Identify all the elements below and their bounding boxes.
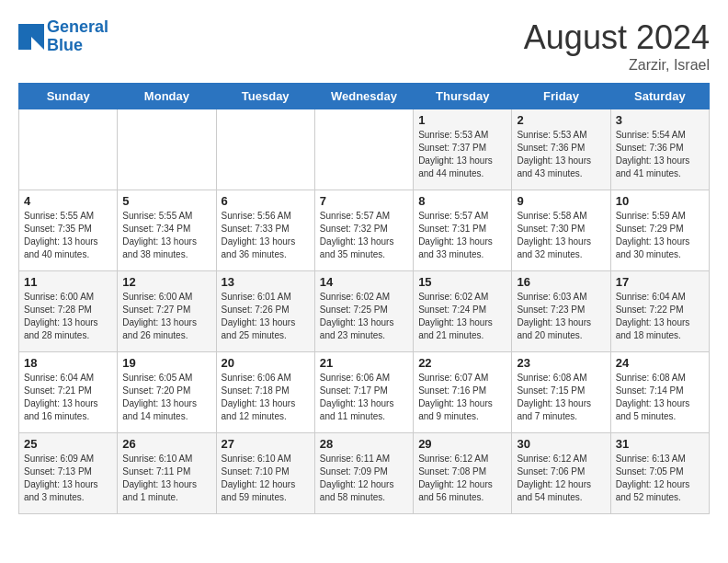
day-info: Sunrise: 6:06 AM Sunset: 7:18 PM Dayligh… — [222, 372, 310, 423]
svg-marker-3 — [31, 37, 44, 50]
day-info: Sunrise: 6:00 AM Sunset: 7:27 PM Dayligh… — [122, 291, 210, 342]
day-info: Sunrise: 5:55 AM Sunset: 7:35 PM Dayligh… — [24, 210, 112, 261]
day-number: 1 — [418, 113, 506, 127]
calendar-cell: 4Sunrise: 5:55 AM Sunset: 7:35 PM Daylig… — [19, 190, 118, 271]
day-number: 17 — [616, 275, 704, 289]
day-info: Sunrise: 6:08 AM Sunset: 7:14 PM Dayligh… — [616, 372, 704, 423]
day-number: 29 — [418, 437, 506, 451]
day-info: Sunrise: 6:02 AM Sunset: 7:24 PM Dayligh… — [418, 291, 506, 342]
day-info: Sunrise: 6:04 AM Sunset: 7:21 PM Dayligh… — [24, 372, 112, 423]
calendar-cell: 22Sunrise: 6:07 AM Sunset: 7:16 PM Dayli… — [414, 352, 512, 433]
day-number: 19 — [122, 356, 210, 370]
day-number: 6 — [222, 194, 310, 208]
calendar-cell: 8Sunrise: 5:57 AM Sunset: 7:31 PM Daylig… — [414, 190, 512, 271]
calendar-cell: 2Sunrise: 5:53 AM Sunset: 7:36 PM Daylig… — [512, 109, 610, 190]
day-info: Sunrise: 6:09 AM Sunset: 7:13 PM Dayligh… — [24, 453, 112, 504]
calendar-cell — [118, 109, 216, 190]
title-block: August 2024 Zarzir, Israel — [524, 18, 710, 74]
week-row-3: 11Sunrise: 6:00 AM Sunset: 7:28 PM Dayli… — [19, 271, 710, 352]
calendar-cell: 23Sunrise: 6:08 AM Sunset: 7:15 PM Dayli… — [512, 352, 610, 433]
svg-rect-1 — [31, 24, 44, 37]
day-info: Sunrise: 6:11 AM Sunset: 7:09 PM Dayligh… — [320, 453, 408, 504]
day-info: Sunrise: 5:58 AM Sunset: 7:30 PM Dayligh… — [517, 210, 605, 261]
calendar-cell: 19Sunrise: 6:05 AM Sunset: 7:20 PM Dayli… — [118, 352, 216, 433]
day-info: Sunrise: 6:01 AM Sunset: 7:26 PM Dayligh… — [222, 291, 310, 342]
day-number: 4 — [24, 194, 112, 208]
day-number: 9 — [517, 194, 605, 208]
calendar-cell: 20Sunrise: 6:06 AM Sunset: 7:18 PM Dayli… — [216, 352, 314, 433]
header-monday: Monday — [118, 84, 216, 109]
calendar-cell: 16Sunrise: 6:03 AM Sunset: 7:23 PM Dayli… — [512, 271, 610, 352]
day-number: 2 — [517, 113, 605, 127]
calendar-cell — [19, 109, 118, 190]
calendar-cell: 6Sunrise: 5:56 AM Sunset: 7:33 PM Daylig… — [216, 190, 314, 271]
week-row-1: 1Sunrise: 5:53 AM Sunset: 7:37 PM Daylig… — [19, 109, 710, 190]
logo-line2: Blue — [47, 36, 83, 54]
calendar-cell: 7Sunrise: 5:57 AM Sunset: 7:32 PM Daylig… — [314, 190, 413, 271]
logo: General Blue — [18, 18, 108, 55]
calendar-cell — [216, 109, 314, 190]
calendar-cell: 5Sunrise: 5:55 AM Sunset: 7:34 PM Daylig… — [118, 190, 216, 271]
day-number: 3 — [616, 113, 704, 127]
calendar-cell: 30Sunrise: 6:12 AM Sunset: 7:06 PM Dayli… — [512, 433, 610, 514]
calendar-cell: 12Sunrise: 6:00 AM Sunset: 7:27 PM Dayli… — [118, 271, 216, 352]
calendar-cell: 14Sunrise: 6:02 AM Sunset: 7:25 PM Dayli… — [314, 271, 413, 352]
calendar-cell: 13Sunrise: 6:01 AM Sunset: 7:26 PM Dayli… — [216, 271, 314, 352]
week-row-4: 18Sunrise: 6:04 AM Sunset: 7:21 PM Dayli… — [19, 352, 710, 433]
day-info: Sunrise: 6:13 AM Sunset: 7:05 PM Dayligh… — [616, 453, 704, 504]
day-info: Sunrise: 6:10 AM Sunset: 7:10 PM Dayligh… — [222, 453, 310, 504]
day-number: 11 — [24, 275, 112, 289]
header-row: SundayMondayTuesdayWednesdayThursdayFrid… — [19, 84, 710, 109]
calendar-cell: 18Sunrise: 6:04 AM Sunset: 7:21 PM Dayli… — [19, 352, 118, 433]
page-header: General Blue August 2024 Zarzir, Israel — [18, 18, 710, 74]
calendar-cell: 27Sunrise: 6:10 AM Sunset: 7:10 PM Dayli… — [216, 433, 314, 514]
day-info: Sunrise: 6:02 AM Sunset: 7:25 PM Dayligh… — [320, 291, 408, 342]
day-number: 16 — [517, 275, 605, 289]
calendar-cell: 11Sunrise: 6:00 AM Sunset: 7:28 PM Dayli… — [19, 271, 118, 352]
day-info: Sunrise: 5:56 AM Sunset: 7:33 PM Dayligh… — [222, 210, 310, 261]
calendar-cell: 9Sunrise: 5:58 AM Sunset: 7:30 PM Daylig… — [512, 190, 610, 271]
svg-rect-0 — [18, 24, 31, 37]
day-info: Sunrise: 6:12 AM Sunset: 7:06 PM Dayligh… — [517, 453, 605, 504]
day-info: Sunrise: 5:54 AM Sunset: 7:36 PM Dayligh… — [616, 129, 704, 180]
day-info: Sunrise: 6:00 AM Sunset: 7:28 PM Dayligh… — [24, 291, 112, 342]
day-info: Sunrise: 5:53 AM Sunset: 7:37 PM Dayligh… — [418, 129, 506, 180]
svg-rect-2 — [18, 37, 31, 50]
header-wednesday: Wednesday — [314, 84, 413, 109]
calendar-cell: 1Sunrise: 5:53 AM Sunset: 7:37 PM Daylig… — [414, 109, 512, 190]
day-number: 30 — [517, 437, 605, 451]
day-info: Sunrise: 5:59 AM Sunset: 7:29 PM Dayligh… — [616, 210, 704, 261]
day-number: 27 — [222, 437, 310, 451]
header-sunday: Sunday — [19, 84, 118, 109]
day-info: Sunrise: 5:55 AM Sunset: 7:34 PM Dayligh… — [122, 210, 210, 261]
calendar-cell — [314, 109, 413, 190]
day-number: 31 — [616, 437, 704, 451]
calendar-table: SundayMondayTuesdayWednesdayThursdayFrid… — [18, 83, 710, 514]
day-info: Sunrise: 6:07 AM Sunset: 7:16 PM Dayligh… — [418, 372, 506, 423]
day-info: Sunrise: 5:57 AM Sunset: 7:31 PM Dayligh… — [418, 210, 506, 261]
calendar-cell: 3Sunrise: 5:54 AM Sunset: 7:36 PM Daylig… — [610, 109, 709, 190]
day-number: 13 — [222, 275, 310, 289]
day-info: Sunrise: 6:05 AM Sunset: 7:20 PM Dayligh… — [122, 372, 210, 423]
day-info: Sunrise: 6:06 AM Sunset: 7:17 PM Dayligh… — [320, 372, 408, 423]
week-row-5: 25Sunrise: 6:09 AM Sunset: 7:13 PM Dayli… — [19, 433, 710, 514]
day-number: 14 — [320, 275, 408, 289]
logo-line1: General — [47, 17, 108, 36]
header-friday: Friday — [512, 84, 610, 109]
day-number: 23 — [517, 356, 605, 370]
day-info: Sunrise: 6:08 AM Sunset: 7:15 PM Dayligh… — [517, 372, 605, 423]
day-number: 25 — [24, 437, 112, 451]
calendar-cell: 26Sunrise: 6:10 AM Sunset: 7:11 PM Dayli… — [118, 433, 216, 514]
calendar-cell: 25Sunrise: 6:09 AM Sunset: 7:13 PM Dayli… — [19, 433, 118, 514]
day-number: 20 — [222, 356, 310, 370]
day-number: 28 — [320, 437, 408, 451]
month-title: August 2024 — [524, 18, 710, 57]
logo-text: General Blue — [47, 18, 108, 55]
calendar-cell: 31Sunrise: 6:13 AM Sunset: 7:05 PM Dayli… — [610, 433, 709, 514]
calendar-cell: 17Sunrise: 6:04 AM Sunset: 7:22 PM Dayli… — [610, 271, 709, 352]
day-number: 8 — [418, 194, 506, 208]
calendar-cell: 10Sunrise: 5:59 AM Sunset: 7:29 PM Dayli… — [610, 190, 709, 271]
day-number: 22 — [418, 356, 506, 370]
calendar-cell: 21Sunrise: 6:06 AM Sunset: 7:17 PM Dayli… — [314, 352, 413, 433]
week-row-2: 4Sunrise: 5:55 AM Sunset: 7:35 PM Daylig… — [19, 190, 710, 271]
